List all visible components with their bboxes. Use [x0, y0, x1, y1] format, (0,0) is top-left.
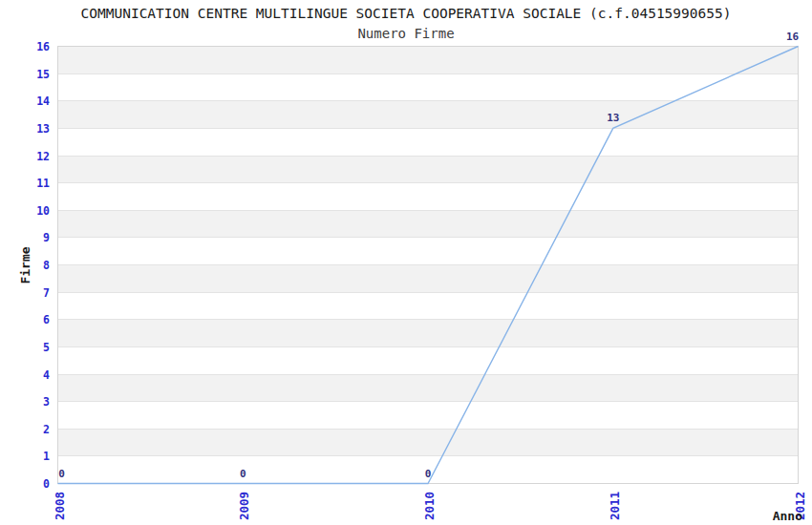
x-tick-label: 2009	[237, 492, 251, 520]
y-tick-label: 13	[36, 122, 50, 136]
grid-band	[58, 429, 799, 456]
grid-band	[58, 101, 799, 129]
y-tick-label: 1	[43, 450, 50, 463]
grid-band	[58, 210, 799, 238]
grid-band	[58, 265, 799, 293]
y-tick-label: 3	[43, 395, 50, 409]
data-label: 0	[58, 468, 65, 480]
y-tick-label: 14	[36, 94, 50, 108]
data-label: 13	[607, 112, 619, 124]
y-tick-label: 4	[43, 368, 50, 382]
y-tick-label: 8	[43, 259, 50, 272]
y-tick-label: 7	[43, 286, 50, 300]
chart: COMMUNICATION CENTRE MULTILINGUE SOCIETA…	[0, 0, 812, 525]
grid-band	[58, 320, 799, 347]
y-tick-label: 16	[36, 40, 50, 53]
y-tick-label: 15	[36, 68, 50, 81]
y-axis-label: Firme	[18, 246, 32, 284]
y-tick-label: 2	[43, 423, 50, 436]
x-tick-label: 2011	[607, 492, 621, 520]
y-tick-label: 9	[43, 231, 50, 244]
y-tick-label: 5	[43, 341, 50, 354]
data-label: 0	[240, 468, 246, 480]
y-tick-label: 10	[36, 204, 50, 218]
grid-band	[58, 156, 799, 183]
x-axis-label: Anno	[773, 509, 802, 523]
grid-band	[58, 47, 799, 74]
y-tick-label: 6	[43, 313, 50, 326]
grid-band	[58, 374, 799, 402]
y-tick-label: 0	[43, 477, 50, 491]
data-label: 0	[425, 468, 432, 480]
y-tick-label: 12	[36, 150, 50, 163]
plot-area	[0, 0, 812, 525]
y-tick-label: 11	[36, 177, 50, 190]
data-label: 16	[786, 31, 799, 43]
x-tick-label: 2008	[52, 492, 66, 520]
x-tick-label: 2010	[422, 492, 437, 520]
